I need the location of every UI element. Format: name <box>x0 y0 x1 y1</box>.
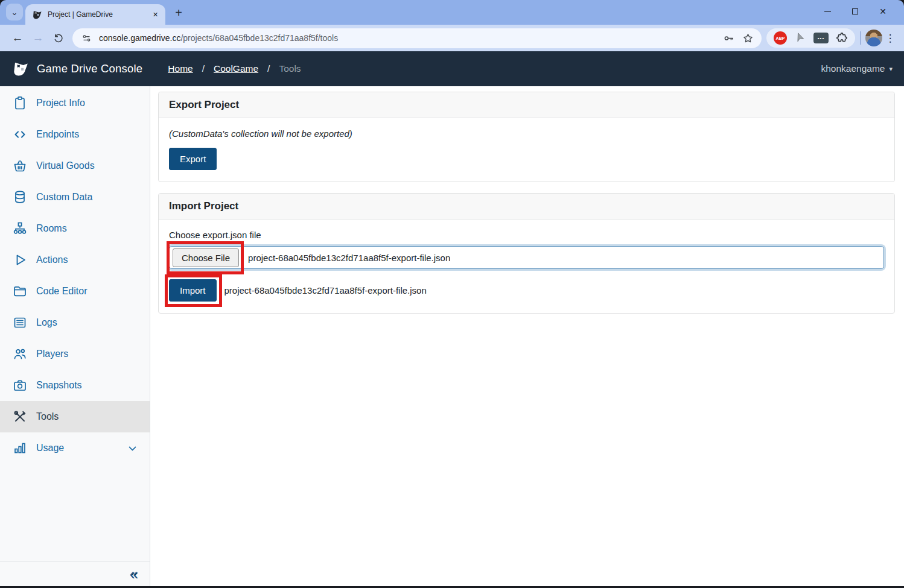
reload-icon <box>53 33 64 43</box>
bar-chart-icon <box>13 441 27 455</box>
password-dots-extension-icon[interactable]: ••• <box>813 33 829 43</box>
sidebar-item-label: Players <box>36 349 68 359</box>
basket-icon <box>13 159 27 173</box>
gamedrive-favicon-icon <box>32 10 42 20</box>
caret-down-icon: ▾ <box>889 65 893 73</box>
brand[interactable]: Game Drive Console <box>11 61 142 77</box>
reload-button[interactable] <box>48 28 69 48</box>
tab-search-button[interactable]: ⌄ <box>6 4 23 21</box>
sidebar-item-label: Endpoints <box>36 129 79 140</box>
sidebar-item-label: Actions <box>36 254 68 265</box>
extensions-group: ABP ••• <box>766 28 855 48</box>
url-text[interactable]: console.gamedrive.cc/projects/68a045fbde… <box>99 33 716 43</box>
import-card-body: Choose export.json file Choose File proj… <box>159 220 894 313</box>
sidebar-item-label: Custom Data <box>36 192 92 203</box>
main-content: Export Project (CustomData's collection … <box>150 86 904 586</box>
export-card-title: Export Project <box>159 92 894 118</box>
export-note: (CustomData's collection will not be exp… <box>169 128 884 139</box>
sidebar-item-project-info[interactable]: Project Info <box>0 87 150 119</box>
import-button[interactable]: Import <box>169 279 217 302</box>
sidebar-item-label: Virtual Goods <box>36 160 95 171</box>
sidebar-footer: « <box>0 561 150 586</box>
clipboard-icon <box>13 96 27 110</box>
play-icon <box>13 253 27 267</box>
back-button[interactable]: ← <box>7 28 28 48</box>
close-icon: ✕ <box>879 7 886 16</box>
close-button[interactable]: ✕ <box>869 2 897 21</box>
sidebar-item-logs[interactable]: Logs <box>0 307 150 338</box>
breadcrumb-project[interactable]: CoolGame <box>214 63 258 74</box>
choose-file-button[interactable]: Choose File <box>173 248 239 267</box>
profile-avatar[interactable] <box>865 30 882 46</box>
tab-close-icon[interactable]: ✕ <box>150 10 161 20</box>
site-settings-icon[interactable] <box>80 31 93 45</box>
sidebar-item-rooms[interactable]: Rooms <box>0 213 150 244</box>
password-key-icon[interactable] <box>722 31 735 45</box>
logs-icon <box>13 315 27 330</box>
camera-icon <box>13 378 27 393</box>
sidebar-item-label: Project Info <box>36 98 85 109</box>
browser-window: ⌄ Project | GameDrive ✕ + ✕ ← → <box>0 0 904 586</box>
chevron-down-icon <box>127 443 138 454</box>
breadcrumb-home[interactable]: Home <box>168 63 193 74</box>
breadcrumb-separator: / <box>267 63 270 74</box>
tab-title: Project | GameDrive <box>48 10 145 19</box>
toolbar-divider <box>860 31 861 45</box>
export-card-body: (CustomData's collection will not be exp… <box>159 118 894 182</box>
sidebar-item-custom-data[interactable]: Custom Data <box>0 182 150 213</box>
browser-toolbar: ← → console.gamedrive.cc/projects/68a045… <box>0 25 904 51</box>
sidebar-item-snapshots[interactable]: Snapshots <box>0 370 150 401</box>
window-controls: ✕ <box>813 2 897 21</box>
maximize-button[interactable] <box>841 2 869 21</box>
sidebar-item-label: Code Editor <box>36 286 88 297</box>
sidebar-item-label: Snapshots <box>36 380 82 391</box>
brand-name: Game Drive Console <box>37 62 142 75</box>
folder-icon <box>13 284 27 299</box>
sidebar-item-label: Usage <box>36 443 64 454</box>
sitemap-icon <box>13 221 27 236</box>
paper-plane-extension-icon[interactable] <box>794 32 806 44</box>
breadcrumb: Home / CoolGame / Tools <box>168 63 301 74</box>
forward-button[interactable]: → <box>28 28 48 48</box>
url-path: /projects/68a045fbde13c2fd71aa8f5f/tools <box>180 33 338 43</box>
sidebar-item-label: Logs <box>36 317 57 328</box>
new-tab-button[interactable]: + <box>170 4 187 21</box>
file-input[interactable]: Choose File project-68a045fbde13c2fd71aa… <box>169 246 884 269</box>
database-icon <box>13 190 27 204</box>
minimize-icon <box>824 11 831 12</box>
extensions-puzzle-icon[interactable] <box>836 32 848 44</box>
address-bar[interactable]: console.gamedrive.cc/projects/68a045fbde… <box>72 28 762 48</box>
sidebar-item-virtual-goods[interactable]: Virtual Goods <box>0 150 150 182</box>
sidebar-item-actions[interactable]: Actions <box>0 244 150 276</box>
code-icon <box>13 127 27 142</box>
import-file-name: project-68a045fbde13c2fd71aa8f5f-export-… <box>224 285 427 296</box>
adblock-extension-icon[interactable]: ABP <box>774 31 787 45</box>
sidebar-item-endpoints[interactable]: Endpoints <box>0 119 150 150</box>
user-menu[interactable]: khonkaengame ▾ <box>821 63 893 74</box>
browser-menu-button[interactable]: ⋮ <box>882 29 898 47</box>
url-host: console.gamedrive.cc <box>99 33 180 43</box>
minimize-button[interactable] <box>813 2 841 21</box>
export-button[interactable]: Export <box>169 148 217 170</box>
sidebar-item-players[interactable]: Players <box>0 338 150 370</box>
app-navbar: Game Drive Console Home / CoolGame / Too… <box>0 51 904 86</box>
sidebar-item-code-editor[interactable]: Code Editor <box>0 276 150 307</box>
breadcrumb-current: Tools <box>279 63 301 74</box>
page-body: Project Info Endpoints Virtual Goods <box>0 86 904 586</box>
import-card-title: Import Project <box>159 194 894 220</box>
sidebar-item-label: Tools <box>36 411 59 422</box>
chevron-down-icon: ⌄ <box>11 8 18 17</box>
export-project-card: Export Project (CustomData's collection … <box>158 92 895 182</box>
tools-icon <box>13 409 27 424</box>
bookmark-star-icon[interactable] <box>741 31 754 45</box>
selected-file-name: project-68a045fbde13c2fd71aa8f5f-export-… <box>248 253 450 263</box>
sidebar-item-tools[interactable]: Tools <box>0 401 150 432</box>
breadcrumb-separator: / <box>202 63 205 74</box>
import-project-card: Import Project Choose export.json file C… <box>158 193 895 314</box>
browser-tab[interactable]: Project | GameDrive ✕ <box>25 4 165 25</box>
user-name: khonkaengame <box>821 63 885 74</box>
maximize-icon <box>852 8 858 14</box>
sidebar-item-label: Rooms <box>36 223 67 234</box>
sidebar-item-usage[interactable]: Usage <box>0 432 150 464</box>
sidebar-collapse-button[interactable]: « <box>130 567 138 581</box>
